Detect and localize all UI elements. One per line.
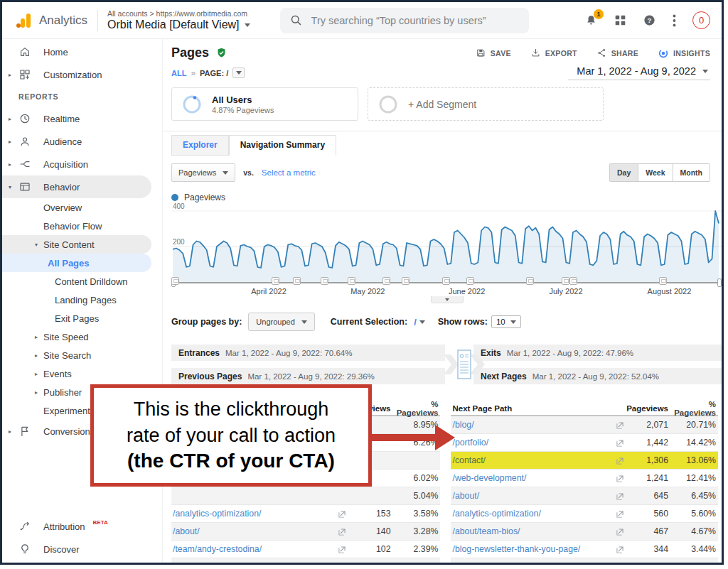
page-path-link[interactable]: /about/careers/ bbox=[452, 562, 510, 565]
help-icon[interactable]: ? bbox=[643, 13, 656, 27]
page-path-cell: /about/team-bios/ bbox=[171, 562, 329, 565]
metric-dropdown[interactable]: Pageviews bbox=[171, 163, 235, 182]
sidebar-item-landing-pages[interactable]: Landing Pages bbox=[2, 291, 162, 309]
search-input[interactable] bbox=[310, 14, 519, 27]
page-path-link[interactable]: /about/ bbox=[173, 526, 200, 536]
chevron-down-icon[interactable] bbox=[419, 320, 425, 324]
sidebar-item-all-pages[interactable]: All Pages bbox=[2, 254, 151, 272]
open-page-icon[interactable] bbox=[607, 510, 624, 518]
tab-navigation-summary[interactable]: Navigation Summary bbox=[229, 135, 336, 156]
annotation-marker-icon[interactable] bbox=[272, 277, 279, 285]
open-page-icon[interactable] bbox=[607, 457, 624, 465]
sidebar-item-site-search[interactable]: ▸Site Search bbox=[2, 346, 162, 364]
sidebar-item-behavior[interactable]: ▾Behavior bbox=[2, 175, 151, 198]
page-path-link[interactable]: /blog-newsletter-thank-you-page/ bbox=[452, 544, 580, 554]
granularity-month[interactable]: Month bbox=[673, 164, 710, 181]
customization-icon bbox=[18, 68, 31, 81]
apps-grid-icon[interactable] bbox=[614, 14, 626, 26]
sidebar-item-acquisition[interactable]: ▸Acquisition bbox=[2, 153, 162, 175]
sidebar-item-site-content[interactable]: ▾Site Content bbox=[2, 235, 151, 254]
clock-icon bbox=[18, 112, 31, 125]
group-pages-label: Group pages by: bbox=[171, 317, 242, 327]
timeline-handle[interactable] bbox=[717, 278, 722, 287]
select-metric-link[interactable]: Select a metric bbox=[262, 168, 316, 177]
pageviews-column-header[interactable]: Pageviews bbox=[607, 404, 668, 413]
open-page-icon[interactable] bbox=[329, 546, 346, 553]
notifications-bell-icon[interactable]: 1 bbox=[584, 13, 598, 27]
page-path-link[interactable]: /portfolio/ bbox=[452, 438, 488, 448]
open-page-icon[interactable] bbox=[607, 563, 624, 565]
top-bar: Analytics All accounts > https://www.orb… bbox=[2, 2, 722, 39]
sidebar-item-behavior-flow[interactable]: Behavior Flow bbox=[2, 217, 162, 235]
share-button[interactable]: SHARE bbox=[596, 48, 638, 58]
sidebar-item-events[interactable]: ▸Events bbox=[2, 364, 162, 383]
annotation-marker-icon[interactable] bbox=[442, 277, 450, 285]
chart-collapse-button[interactable] bbox=[431, 296, 464, 303]
account-switcher[interactable]: All accounts > https://www.orbitmedia.co… bbox=[107, 9, 250, 31]
page-path-link[interactable]: /web-development/ bbox=[452, 473, 526, 483]
granularity-week[interactable]: Week bbox=[638, 164, 672, 181]
show-rows-select[interactable]: 10 bbox=[491, 315, 521, 328]
sidebar-item-home[interactable]: Home bbox=[2, 40, 162, 63]
add-segment-button[interactable]: + Add Segment bbox=[368, 87, 604, 121]
sidebar-item-exit-pages[interactable]: Exit Pages bbox=[2, 309, 162, 327]
open-page-icon[interactable] bbox=[607, 528, 624, 536]
segment-all-users[interactable]: All Users 4.87% Pageviews bbox=[171, 87, 358, 121]
page-path-link[interactable]: /about/ bbox=[452, 491, 479, 501]
sidebar-item-audience[interactable]: ▸Audience bbox=[2, 130, 162, 153]
x-axis-tick: June 2022 bbox=[449, 287, 485, 296]
sidebar-item-discover[interactable]: Discover bbox=[2, 538, 162, 560]
insights-button[interactable]: INSIGHTS bbox=[658, 48, 710, 59]
percent-column-header[interactable]: % Pageviews bbox=[668, 400, 718, 417]
kebab-menu-icon[interactable] bbox=[673, 14, 676, 27]
annotation-marker-icon[interactable] bbox=[348, 277, 355, 285]
page-path-link[interactable]: /analytics-optimization/ bbox=[173, 509, 261, 519]
annotation-marker-icon[interactable] bbox=[562, 277, 569, 285]
page-path-link[interactable]: /about/team-bios/ bbox=[173, 562, 240, 565]
sidebar-item-overview[interactable]: Overview bbox=[2, 198, 162, 217]
open-page-icon[interactable] bbox=[329, 528, 346, 536]
page-path-link[interactable]: /analytics-optimization/ bbox=[452, 509, 540, 519]
save-button[interactable]: SAVE bbox=[476, 48, 511, 58]
annotation-marker-icon[interactable] bbox=[526, 277, 534, 285]
annotation-marker-icon[interactable] bbox=[569, 277, 577, 285]
open-page-icon[interactable] bbox=[607, 421, 624, 429]
page-path-link[interactable]: /team/andy-crestodina/ bbox=[173, 544, 262, 554]
page-path-link[interactable]: /about/team-bios/ bbox=[452, 526, 520, 536]
annotation-marker-icon[interactable] bbox=[382, 277, 390, 285]
annotation-marker-icon[interactable] bbox=[293, 277, 301, 285]
page-filter-dropdown[interactable] bbox=[232, 67, 245, 78]
sidebar-item-attribution[interactable]: AttributionBETA bbox=[2, 515, 162, 538]
granularity-day[interactable]: Day bbox=[610, 164, 638, 181]
sidebar-item-customization[interactable]: ▸Customization bbox=[2, 63, 162, 86]
current-selection-value[interactable]: / bbox=[414, 317, 417, 327]
open-page-icon[interactable] bbox=[607, 546, 624, 553]
annotation-marker-icon[interactable] bbox=[321, 277, 328, 285]
page-path-link[interactable]: /contact/ bbox=[452, 455, 485, 465]
tab-explorer[interactable]: Explorer bbox=[171, 135, 229, 156]
annotation-marker-icon[interactable] bbox=[466, 277, 474, 285]
date-range-selector[interactable]: Mar 1, 2022 - Aug 9, 2022 bbox=[568, 65, 710, 80]
open-page-icon[interactable] bbox=[329, 563, 346, 565]
group-pages-dropdown[interactable]: Ungrouped bbox=[248, 313, 314, 331]
sidebar-item-site-speed[interactable]: ▸Site Speed bbox=[2, 327, 162, 346]
annotation-marker-icon[interactable] bbox=[402, 277, 410, 285]
percent-pageviews-value: 2.39% bbox=[390, 544, 440, 554]
sidebar-item-content-drilldown[interactable]: Content Drilldown bbox=[2, 272, 162, 291]
avatar[interactable]: 0 bbox=[692, 11, 710, 29]
chevron-right-icon: ▸ bbox=[35, 371, 38, 377]
export-button[interactable]: EXPORT bbox=[530, 48, 577, 58]
sidebar-item-admin[interactable]: Admin bbox=[2, 560, 162, 565]
open-page-icon[interactable] bbox=[329, 510, 346, 518]
analytics-logo[interactable]: Analytics bbox=[2, 11, 96, 30]
percent-pageviews-value: 1.99% bbox=[390, 562, 440, 565]
open-page-icon[interactable] bbox=[607, 475, 624, 482]
open-page-icon[interactable] bbox=[607, 492, 624, 500]
annotation-marker-icon[interactable] bbox=[171, 277, 179, 285]
search-bar[interactable] bbox=[280, 8, 529, 33]
annotation-marker-icon[interactable] bbox=[659, 277, 667, 285]
open-page-icon[interactable] bbox=[607, 439, 624, 447]
percent-column-header[interactable]: % Pageviews bbox=[390, 400, 440, 417]
sidebar-item-realtime[interactable]: ▸Realtime bbox=[2, 107, 162, 130]
breadcrumb-all-link[interactable]: ALL bbox=[171, 69, 186, 77]
